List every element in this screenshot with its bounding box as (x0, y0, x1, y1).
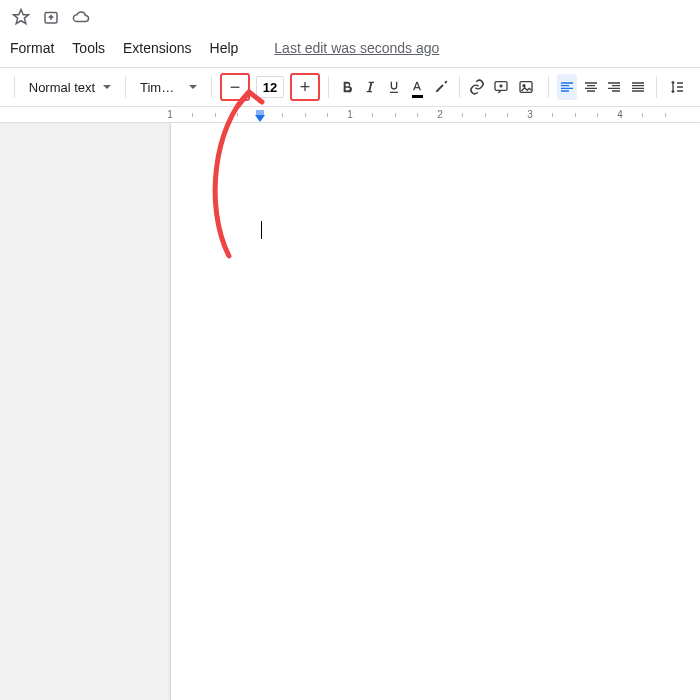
font-family-label: Times New… (140, 80, 181, 95)
separator (211, 76, 212, 98)
align-left-button[interactable] (557, 74, 577, 100)
ruler-mark: 1 (167, 109, 173, 120)
ruler-mark: 3 (527, 109, 533, 120)
ruler-mark: 1 (347, 109, 353, 120)
menu-tools[interactable]: Tools (72, 40, 105, 56)
annotation-highlight: + (290, 73, 320, 101)
workspace (0, 123, 700, 700)
star-icon[interactable] (12, 8, 30, 26)
annotation-highlight: − (220, 73, 250, 101)
decrease-font-size-button[interactable]: − (223, 75, 247, 99)
underline-button[interactable] (384, 74, 404, 100)
font-size-input[interactable] (256, 76, 284, 98)
text-color-button[interactable] (408, 74, 428, 100)
align-center-button[interactable] (581, 74, 601, 100)
separator (656, 76, 657, 98)
menubar: Format Tools Extensions Help Last edit w… (0, 34, 700, 67)
menu-help[interactable]: Help (210, 40, 239, 56)
titlebar-icons (0, 0, 700, 34)
separator (548, 76, 549, 98)
svg-point-4 (523, 85, 525, 87)
text-color-swatch (412, 95, 424, 98)
toolbar: Normal text Times New… − + (0, 67, 700, 107)
left-indent-marker[interactable] (255, 115, 265, 122)
insert-link-button[interactable] (468, 74, 488, 100)
caret-down-icon (103, 85, 111, 89)
ruler[interactable]: 1 1 1 2 3 4 (0, 107, 700, 123)
font-family-combo[interactable]: Times New… (134, 74, 203, 100)
align-justify-button[interactable] (628, 74, 648, 100)
ruler-mark: 4 (617, 109, 623, 120)
italic-button[interactable] (360, 74, 380, 100)
line-spacing-button[interactable] (664, 74, 690, 100)
insert-image-button[interactable] (515, 74, 541, 100)
move-icon[interactable] (42, 8, 60, 26)
separator (459, 76, 460, 98)
svg-marker-0 (14, 10, 29, 24)
font-size-group: − + (220, 73, 320, 101)
add-comment-button[interactable] (491, 74, 511, 100)
separator (125, 76, 126, 98)
separator (328, 76, 329, 98)
ruler-mark: 2 (437, 109, 443, 120)
bold-button[interactable] (337, 74, 357, 100)
last-edit-link[interactable]: Last edit was seconds ago (274, 40, 439, 56)
cloud-icon[interactable] (72, 8, 90, 26)
caret-down-icon (189, 85, 197, 89)
paragraph-style-label: Normal text (29, 80, 95, 95)
left-gutter (0, 123, 170, 700)
menu-extensions[interactable]: Extensions (123, 40, 191, 56)
separator (14, 76, 15, 98)
document-page[interactable] (170, 123, 700, 700)
text-cursor (261, 221, 262, 239)
menu-format[interactable]: Format (10, 40, 54, 56)
align-right-button[interactable] (604, 74, 624, 100)
paragraph-style-combo[interactable]: Normal text (23, 74, 117, 100)
highlight-color-button[interactable] (431, 74, 451, 100)
increase-font-size-button[interactable]: + (293, 75, 317, 99)
